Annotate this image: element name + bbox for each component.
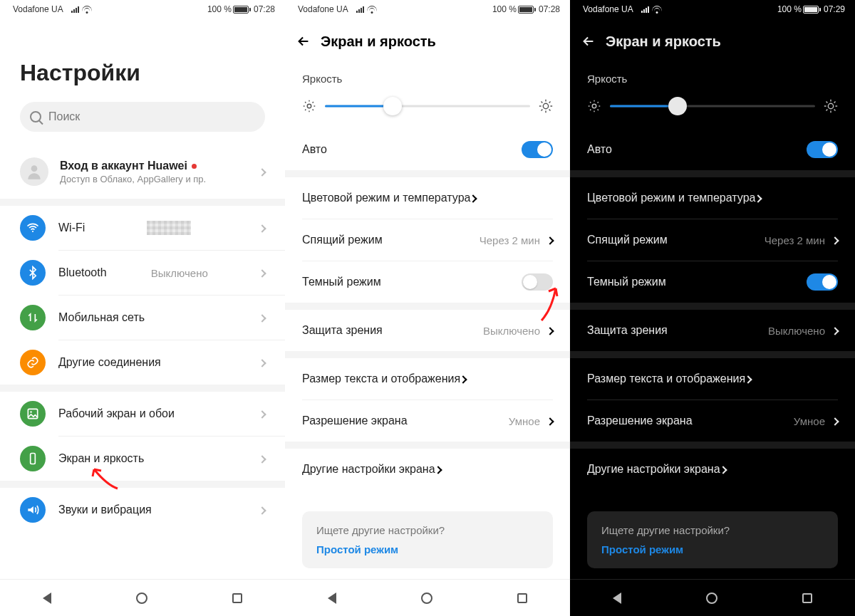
chevron-right-icon [259,452,265,465]
wallpaper-label: Рабочий экран и обои [58,407,175,420]
color-mode-row[interactable]: Цветовой режим и температура [570,177,855,219]
dark-mode-toggle[interactable] [522,273,553,291]
battery-icon [803,6,821,14]
auto-brightness-toggle[interactable] [807,141,838,158]
chevron-right-icon [259,503,265,516]
dark-mode-toggle[interactable] [807,273,838,291]
back-button[interactable] [294,31,314,51]
eye-comfort-label: Защита зрения [587,324,668,337]
notification-dot-icon [192,164,197,169]
sleep-row[interactable]: Спящий режим Через 2 мин [570,219,855,261]
link-icon [20,350,46,375]
nav-home-button[interactable] [706,592,717,604]
nav-home-button[interactable] [136,592,147,604]
other-connections-row[interactable]: Другие соединения [0,340,285,385]
nav-recent-button[interactable] [232,593,242,603]
display-settings-screen-light: Vodafone UA 100 % 07:28 Экран и яркость … [285,0,570,616]
status-bar: Vodafone UA 100 % 07:29 [570,0,855,17]
account-subtitle: Доступ в Облако, AppGallery и пр. [60,174,206,184]
chevron-right-icon [259,266,265,279]
sleep-row[interactable]: Спящий режим Через 2 мин [285,219,570,261]
nav-recent-button[interactable] [517,593,527,603]
brightness-high-icon [822,98,839,115]
chevron-right-icon [755,192,761,204]
status-time: 07:28 [254,4,275,14]
battery-icon [518,6,536,14]
chevron-right-icon [745,372,751,385]
nav-back-button[interactable] [613,592,621,604]
sleep-value: Через 2 мин [765,234,825,246]
resolution-label: Разрешение экрана [302,414,408,427]
auto-brightness-row[interactable]: Авто [570,129,855,170]
chevron-right-icon [720,463,726,476]
brightness-slider-row [285,89,570,129]
auto-brightness-toggle[interactable] [522,141,553,158]
battery-percent: 100 % [777,4,802,14]
status-bar: Vodafone UA 100 % 07:28 [0,0,285,17]
resolution-row[interactable]: Разрешение экрана Умное [285,400,570,442]
chevron-right-icon [259,165,265,178]
svg-point-7 [592,104,596,108]
brightness-slider[interactable] [610,96,815,116]
wifi-icon [20,215,46,241]
wifi-row[interactable]: Wi-Fi [0,206,285,250]
auto-brightness-row[interactable]: Авто [285,129,570,170]
text-size-row[interactable]: Размер текста и отображения [285,358,570,400]
chevron-right-icon [259,311,265,324]
search-placeholder: Поиск [48,110,80,123]
wifi-status-icon [367,6,377,14]
eye-comfort-row[interactable]: Защита зрения Выключено [570,310,855,351]
sleep-value: Через 2 мин [480,234,540,246]
eye-comfort-row[interactable]: Защита зрения Выключено [285,310,570,351]
svg-rect-4 [31,454,36,464]
simple-mode-link[interactable]: Простой режим [601,543,824,555]
resolution-row[interactable]: Разрешение экрана Умное [570,400,855,442]
sounds-row[interactable]: Звуки и вибрация [0,488,285,532]
hint-question: Ищете другие настройки? [316,524,539,536]
more-display-row[interactable]: Другие настройки экрана [570,449,855,490]
eye-comfort-value: Выключено [483,325,540,337]
resolution-label: Разрешение экрана [587,414,693,427]
back-button[interactable] [579,31,598,51]
chevron-right-icon [547,414,553,427]
nav-back-button[interactable] [43,592,51,604]
bluetooth-label: Bluetooth [58,266,107,279]
display-settings-screen-dark: Vodafone UA 100 % 07:29 Экран и яркость … [570,0,855,616]
mobile-network-row[interactable]: Мобильная сеть [0,296,285,340]
simple-mode-link[interactable]: Простой режим [316,543,539,555]
chevron-right-icon [470,192,476,204]
svg-rect-2 [28,409,37,418]
more-display-row[interactable]: Другие настройки экрана [285,449,570,490]
eye-comfort-label: Защита зрения [302,324,383,337]
chevron-right-icon [547,234,553,246]
account-title: Вход в аккаунт Huawei [60,160,187,172]
huawei-account-row[interactable]: Вход в аккаунт Huawei Доступ в Облако, A… [0,145,285,199]
battery-percent: 100 % [492,4,517,14]
dark-mode-row[interactable]: Темный режим [285,261,570,303]
svg-point-8 [828,103,833,108]
wallpaper-row[interactable]: Рабочий экран и обои [0,392,285,436]
sleep-label: Спящий режим [302,234,383,246]
display-brightness-row[interactable]: Экран и яркость [0,437,285,481]
nav-back-button[interactable] [328,592,336,604]
chevron-right-icon [832,414,838,427]
bluetooth-row[interactable]: Bluetooth Выключено [0,251,285,295]
section-gap [0,199,285,206]
nav-bar [285,579,570,616]
search-input[interactable]: Поиск [20,102,265,132]
nav-recent-button[interactable] [802,593,812,603]
color-mode-row[interactable]: Цветовой режим и температура [285,177,570,219]
nav-home-button[interactable] [421,592,432,604]
svg-point-5 [307,104,311,108]
settings-root-screen: Vodafone UA 100 % 07:28 Настройки Поиск … [0,0,285,616]
hint-question: Ищете другие настройки? [601,524,824,536]
dark-mode-row[interactable]: Темный режим [570,261,855,303]
more-display-label: Другие настройки экрана [587,463,720,476]
sound-icon [20,497,46,523]
wifi-value-blurred [147,221,191,235]
brightness-slider[interactable] [325,96,530,116]
text-size-row[interactable]: Размер текста и отображения [570,358,855,400]
brightness-low-icon [301,98,318,115]
chevron-right-icon [259,356,265,369]
signal-icon [66,6,79,13]
